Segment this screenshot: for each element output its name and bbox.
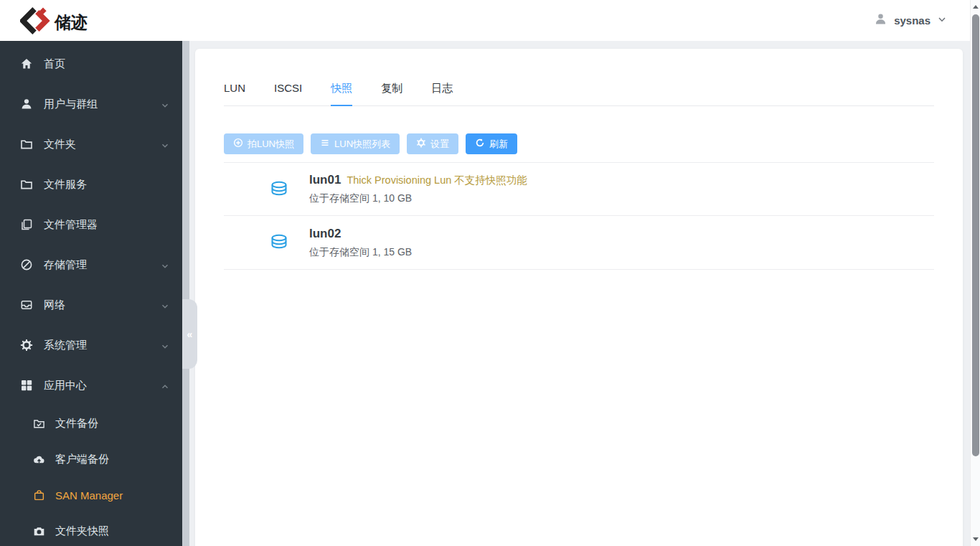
collapse-left-icon: « — [187, 329, 193, 340]
home-icon — [20, 57, 33, 70]
folder-icon — [20, 138, 33, 151]
tab-replication[interactable]: 复制 — [381, 82, 402, 106]
camera-icon — [33, 525, 45, 537]
sidebar-item-label: 文件备份 — [55, 417, 98, 430]
sidebar-item-home[interactable]: 首页 — [0, 44, 182, 84]
brand-name: 储迹 — [55, 11, 88, 34]
database-icon — [269, 232, 289, 253]
storage-icon — [20, 258, 33, 271]
snapshot-toolbar: 拍LUN快照 LUN快照列表 — [224, 133, 934, 154]
button-label: 拍LUN快照 — [248, 138, 294, 151]
sidebar-subitem-san-manager[interactable]: SAN Manager — [0, 477, 182, 513]
refresh-icon — [475, 138, 485, 150]
person-icon — [874, 12, 887, 29]
gear-icon — [20, 339, 33, 352]
sidebar-item-label: 网络 — [44, 298, 65, 312]
settings-button[interactable]: 设置 — [407, 133, 458, 154]
sidebar-item-label: 用户与群组 — [44, 98, 98, 111]
chevron-down-icon — [937, 14, 947, 27]
username-label: sysnas — [894, 14, 930, 27]
folder-icon — [20, 178, 33, 191]
chevron-up-icon — [161, 381, 169, 393]
sidebar-collapse-handle[interactable]: « — [182, 299, 197, 369]
sidebar-item-users-groups[interactable]: 用户与群组 — [0, 84, 182, 124]
lun-info: lun02 位于存储空间 1, 15 GB — [309, 227, 412, 259]
content-card: LUN ISCSI 快照 复制 日志 拍LUN快照 — [195, 49, 963, 546]
sidebar-item-label: 系统管理 — [44, 339, 87, 352]
top-header: 储迹 sysnas — [0, 0, 980, 41]
sidebar-item-label: 文件夹 — [44, 138, 76, 151]
plus-circle-icon — [233, 138, 243, 150]
sidebar-item-file-services[interactable]: 文件服务 — [0, 164, 182, 204]
list-icon — [320, 138, 330, 150]
sidebar-item-network[interactable]: 网络 — [0, 285, 182, 325]
chevron-down-icon — [161, 260, 169, 273]
lun-name: lun02 — [309, 227, 341, 240]
network-icon — [20, 298, 33, 311]
brand-logo[interactable]: 储迹 — [20, 6, 88, 39]
sidebar-item-label: 首页 — [44, 57, 65, 71]
sidebar-subitem-file-backup[interactable]: 文件备份 — [0, 405, 182, 441]
button-label: 设置 — [430, 138, 449, 151]
sidebar-item-label: 文件夹快照 — [55, 524, 109, 538]
sidebar-item-file-manager[interactable]: 文件管理器 — [0, 204, 182, 245]
sidebar-item-label: 存储管理 — [44, 258, 87, 272]
main-area: LUN ISCSI 快照 复制 日志 拍LUN快照 — [189, 41, 970, 546]
sidebar-item-storage[interactable]: 存储管理 — [0, 245, 182, 285]
lun-row-lun01[interactable]: lun01Thick Provisioning Lun 不支持快照功能 位于存储… — [224, 162, 934, 216]
tab-lun[interactable]: LUN — [224, 82, 245, 106]
logo-icon — [20, 6, 50, 39]
sidebar-item-folders[interactable]: 文件夹 — [0, 124, 182, 164]
sidebar-item-label: 客户端备份 — [55, 453, 109, 466]
tab-log[interactable]: 日志 — [431, 82, 453, 106]
lun-row-lun02[interactable]: lun02 位于存储空间 1, 15 GB — [224, 216, 934, 270]
button-label: 刷新 — [489, 138, 508, 151]
gear-icon — [416, 138, 426, 150]
lun-warning-note: Thick Provisioning Lun 不支持快照功能 — [347, 174, 527, 186]
refresh-button[interactable]: 刷新 — [466, 133, 517, 154]
sidebar-item-label: 文件管理器 — [44, 218, 98, 232]
take-lun-snapshot-button[interactable]: 拍LUN快照 — [224, 133, 303, 154]
lun-title: lun01Thick Provisioning Lun 不支持快照功能 — [309, 173, 527, 187]
file-manager-icon — [20, 218, 33, 231]
chevron-down-icon — [161, 100, 169, 112]
vertical-scrollbar — [970, 0, 980, 546]
folder-check-icon — [33, 418, 45, 430]
tab-bar: LUN ISCSI 快照 复制 日志 — [224, 82, 934, 106]
tab-snapshot[interactable]: 快照 — [331, 82, 352, 106]
lun-info: lun01Thick Provisioning Lun 不支持快照功能 位于存储… — [309, 173, 527, 205]
lun-list: lun01Thick Provisioning Lun 不支持快照功能 位于存储… — [224, 162, 934, 270]
sidebar-item-label: SAN Manager — [55, 489, 123, 502]
chevron-down-icon — [161, 301, 169, 313]
lun-detail: 位于存储空间 1, 15 GB — [309, 246, 412, 259]
database-icon — [269, 179, 289, 199]
lun-detail: 位于存储空间 1, 10 GB — [309, 192, 527, 205]
sidebar-item-label: 应用中心 — [44, 379, 87, 392]
sidebar-gutter — [182, 41, 189, 546]
bag-icon — [33, 489, 45, 502]
apps-icon — [20, 379, 33, 392]
user-menu[interactable]: sysnas — [874, 0, 947, 41]
sidebar-item-label: 文件服务 — [44, 178, 87, 192]
chevron-down-icon — [161, 341, 169, 353]
chevron-down-icon — [161, 140, 169, 152]
lun-snapshot-list-button[interactable]: LUN快照列表 — [311, 133, 400, 154]
sidebar-nav: 首页 用户与群组 文件夹 文件服务 — [0, 41, 182, 546]
tab-iscsi[interactable]: ISCSI — [274, 82, 302, 106]
scroll-down-arrow-icon[interactable] — [973, 537, 979, 541]
button-label: LUN快照列表 — [334, 138, 390, 151]
sidebar-item-app-center[interactable]: 应用中心 — [0, 365, 182, 405]
user-icon — [20, 98, 33, 110]
cloud-backup-icon — [33, 453, 45, 466]
sidebar-subitem-folder-snapshot[interactable]: 文件夹快照 — [0, 513, 182, 546]
sidebar-item-system[interactable]: 系统管理 — [0, 325, 182, 365]
lun-title: lun02 — [309, 227, 412, 241]
sidebar-subitem-client-backup[interactable]: 客户端备份 — [0, 441, 182, 477]
lun-name: lun01 — [309, 173, 341, 187]
scroll-up-arrow-icon[interactable] — [973, 5, 979, 9]
scrollbar-thumb[interactable] — [972, 14, 979, 456]
